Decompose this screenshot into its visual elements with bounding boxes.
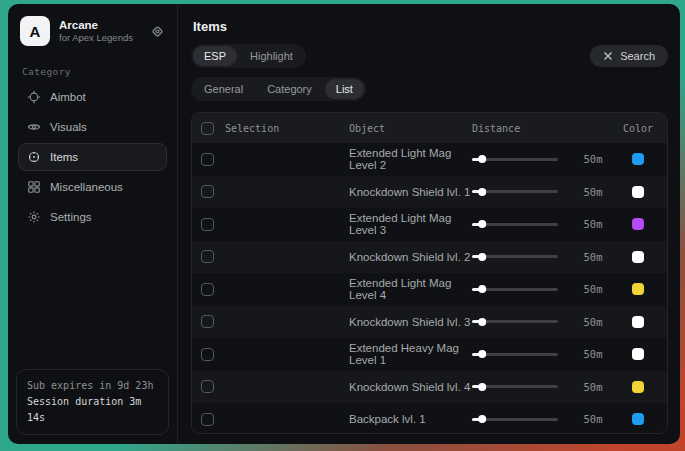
- distance-value: 50m: [568, 283, 618, 295]
- distance-value: 50m: [568, 381, 618, 393]
- grid-icon: [27, 180, 41, 194]
- row-checkbox[interactable]: [201, 250, 214, 263]
- tab-general[interactable]: General: [193, 79, 254, 99]
- column-header-color: Color: [618, 123, 658, 134]
- search-button-label: Search: [620, 50, 655, 62]
- distance-slider[interactable]: [472, 255, 558, 258]
- color-swatch[interactable]: [632, 153, 644, 165]
- distance-slider[interactable]: [472, 320, 558, 323]
- table-row: Backpack lvl. 1 50m: [192, 403, 667, 434]
- slider-thumb[interactable]: [478, 285, 486, 293]
- row-checkbox[interactable]: [201, 380, 214, 393]
- app-header: A Arcane for Apex Legends: [18, 14, 167, 58]
- distance-slider[interactable]: [472, 385, 558, 388]
- sidebar-item-label: Visuals: [50, 121, 87, 133]
- sidebar-item-label: Settings: [50, 211, 92, 223]
- gear-icon: [27, 210, 41, 224]
- table-row: Knockdown Shield lvl. 2 50m: [192, 241, 667, 274]
- view-tabs: General Category List: [191, 77, 366, 101]
- sidebar-item-aimbot[interactable]: Aimbot: [18, 83, 167, 111]
- color-swatch[interactable]: [632, 251, 644, 263]
- color-swatch[interactable]: [632, 316, 644, 328]
- slider-thumb[interactable]: [478, 415, 486, 423]
- app-name: Arcane: [59, 18, 141, 32]
- distance-value: 50m: [568, 413, 618, 425]
- tab-highlight[interactable]: Highlight: [239, 46, 304, 66]
- row-checkbox[interactable]: [201, 315, 214, 328]
- row-checkbox[interactable]: [201, 218, 214, 231]
- column-header-object: Object: [349, 123, 472, 134]
- search-button[interactable]: Search: [590, 45, 668, 67]
- slider-thumb[interactable]: [478, 253, 486, 261]
- table-row: Extended Light Mag Level 3 50m: [192, 208, 667, 241]
- table-body: Extended Light Mag Level 2 50m Knockdown…: [192, 143, 667, 434]
- gem-icon[interactable]: [150, 24, 165, 39]
- sidebar: A Arcane for Apex Legends Category: [8, 4, 178, 444]
- page-title: Items: [191, 17, 668, 44]
- distance-value: 50m: [568, 153, 618, 165]
- column-header-selection: Selection: [225, 123, 279, 134]
- row-checkbox[interactable]: [201, 185, 214, 198]
- tab-category[interactable]: Category: [256, 79, 323, 99]
- distance-value: 50m: [568, 218, 618, 230]
- slider-thumb[interactable]: [478, 318, 486, 326]
- object-name: Extended Light Mag Level 4: [349, 277, 472, 301]
- table-header-row: Selection Object Distance Color: [192, 113, 667, 143]
- search-icon: [603, 51, 613, 61]
- distance-slider[interactable]: [472, 223, 558, 226]
- distance-slider[interactable]: [472, 418, 558, 421]
- tab-esp[interactable]: ESP: [193, 46, 237, 66]
- crosshair-icon: [27, 90, 41, 104]
- sidebar-item-settings[interactable]: Settings: [18, 203, 167, 231]
- sidebar-item-label: Aimbot: [50, 91, 86, 103]
- app-window: A Arcane for Apex Legends Category: [8, 4, 680, 444]
- eye-icon: [27, 120, 41, 134]
- distance-slider[interactable]: [472, 190, 558, 193]
- sidebar-item-miscellaneous[interactable]: Miscellaneous: [18, 173, 167, 201]
- toolbar: ESP Highlight Search: [191, 44, 668, 68]
- view-tabs-row: General Category List: [191, 77, 668, 101]
- row-checkbox[interactable]: [201, 283, 214, 296]
- color-swatch[interactable]: [632, 186, 644, 198]
- object-name: Knockdown Shield lvl. 2: [349, 251, 472, 263]
- distance-value: 50m: [568, 348, 618, 360]
- color-swatch[interactable]: [632, 218, 644, 230]
- table-row: Knockdown Shield lvl. 3 50m: [192, 306, 667, 339]
- mode-tabs: ESP Highlight: [191, 44, 306, 68]
- row-checkbox[interactable]: [201, 153, 214, 166]
- select-all-checkbox[interactable]: [201, 122, 214, 135]
- app-logo: A: [20, 16, 50, 46]
- slider-thumb[interactable]: [478, 188, 486, 196]
- distance-value: 50m: [568, 251, 618, 263]
- color-swatch[interactable]: [632, 283, 644, 295]
- slider-thumb[interactable]: [478, 220, 486, 228]
- sidebar-item-items[interactable]: Items: [18, 143, 167, 171]
- distance-slider[interactable]: [472, 288, 558, 291]
- color-swatch[interactable]: [632, 348, 644, 360]
- object-name: Extended Light Mag Level 3: [349, 212, 472, 236]
- object-name: Extended Light Mag Level 2: [349, 147, 472, 171]
- distance-value: 50m: [568, 186, 618, 198]
- sidebar-item-label: Miscellaneous: [50, 181, 123, 193]
- object-name: Extended Heavy Mag Level 1: [349, 342, 472, 366]
- sub-expires-text: Sub expires in 9d 23h: [27, 378, 158, 394]
- app-subtitle: for Apex Legends: [59, 32, 141, 44]
- object-name: Knockdown Shield lvl. 4: [349, 381, 472, 393]
- slider-thumb[interactable]: [478, 155, 486, 163]
- row-checkbox[interactable]: [201, 348, 214, 361]
- distance-slider[interactable]: [472, 353, 558, 356]
- row-checkbox[interactable]: [201, 413, 214, 426]
- sidebar-item-visuals[interactable]: Visuals: [18, 113, 167, 141]
- session-info-box: Sub expires in 9d 23h Session duration 3…: [16, 369, 169, 435]
- session-duration-text: Session duration 3m 14s: [27, 394, 158, 426]
- color-swatch[interactable]: [632, 381, 644, 393]
- items-table: Selection Object Distance Color Extended…: [191, 112, 668, 434]
- slider-thumb[interactable]: [478, 350, 486, 358]
- target-icon: [27, 150, 41, 164]
- table-row: Extended Heavy Mag Level 1 50m: [192, 338, 667, 371]
- object-name: Backpack lvl. 1: [349, 413, 472, 425]
- slider-thumb[interactable]: [478, 383, 486, 391]
- tab-list[interactable]: List: [325, 79, 364, 99]
- color-swatch[interactable]: [632, 413, 644, 425]
- distance-slider[interactable]: [472, 158, 558, 161]
